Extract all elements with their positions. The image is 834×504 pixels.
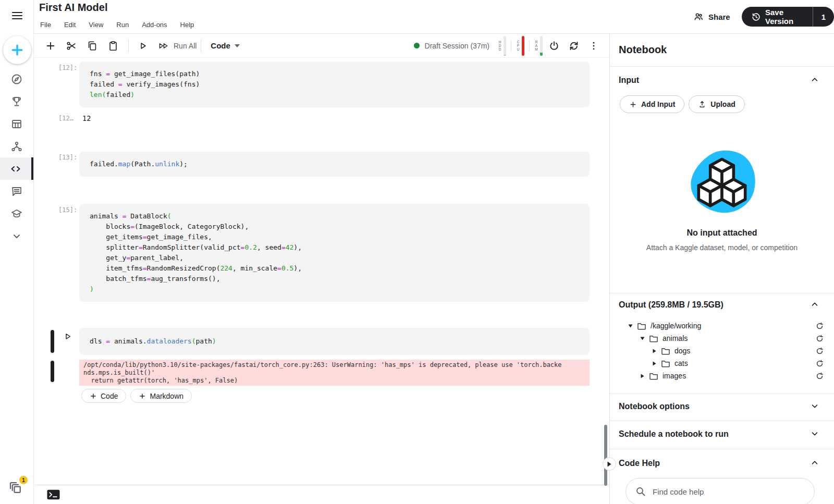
run-cell-button[interactable] bbox=[135, 38, 151, 54]
trophy-icon bbox=[10, 95, 23, 108]
tree-row[interactable]: /kaggle/working bbox=[610, 319, 834, 332]
code-cell-active[interactable]: dls = animals.dataloaders(path) bbox=[79, 328, 590, 355]
tree-row[interactable]: images bbox=[610, 370, 834, 382]
hdd-gauge-bar bbox=[504, 36, 506, 56]
save-version-button[interactable]: Save Version 1 bbox=[742, 7, 834, 27]
code-cell[interactable]: animals = DataBlock( blocks=(ImageBlock,… bbox=[79, 204, 590, 302]
chevron-up-icon[interactable] bbox=[810, 458, 819, 468]
menu-add-ons[interactable]: Add-ons bbox=[142, 21, 167, 29]
cut-cell-button[interactable] bbox=[64, 38, 79, 54]
sidebar-item-datasets[interactable] bbox=[0, 113, 33, 135]
tree-row[interactable]: dogs bbox=[610, 345, 834, 357]
output-section-header[interactable]: Output (259.8MB / 19.5GB) bbox=[619, 299, 834, 311]
caret-right-icon[interactable] bbox=[651, 349, 657, 353]
history-clock-icon bbox=[751, 12, 761, 22]
paste-cell-button[interactable] bbox=[105, 38, 121, 54]
caret-right-icon[interactable] bbox=[651, 361, 657, 366]
sidebar-item-learn[interactable] bbox=[0, 202, 33, 225]
tree-item-label[interactable]: animals bbox=[663, 334, 688, 342]
scissors-icon bbox=[66, 40, 77, 52]
hdd-gauge[interactable]: HDD bbox=[498, 36, 506, 56]
chevron-up-icon[interactable] bbox=[810, 75, 819, 84]
refresh-icon[interactable] bbox=[816, 322, 824, 330]
cell-type-dropdown[interactable]: Code bbox=[211, 41, 240, 50]
cpu-gauge[interactable]: CPU bbox=[516, 36, 524, 56]
chevron-down-icon[interactable] bbox=[810, 401, 819, 411]
caret-down-icon[interactable] bbox=[627, 324, 633, 328]
add-input-button[interactable]: Add Input bbox=[620, 95, 684, 113]
code-icon bbox=[9, 163, 22, 175]
toolbar-right: Draft Session (37m) HDD CPU RAM bbox=[414, 36, 602, 56]
notebook-options-section-header[interactable]: Notebook options bbox=[619, 400, 834, 413]
refresh-icon[interactable] bbox=[816, 372, 824, 380]
sidebar-item-code[interactable] bbox=[0, 157, 33, 180]
code-help-section-header[interactable]: Code Help bbox=[619, 457, 834, 470]
menu-file[interactable]: File bbox=[40, 21, 51, 29]
menu-view[interactable]: View bbox=[89, 21, 103, 29]
refresh-icon[interactable] bbox=[816, 335, 824, 342]
plus-icon bbox=[90, 392, 97, 400]
active-events-button[interactable]: 1 bbox=[8, 480, 26, 498]
add-cell-button[interactable] bbox=[43, 38, 58, 54]
clipboard-icon bbox=[107, 40, 119, 52]
folder-icon bbox=[649, 372, 658, 380]
search-icon bbox=[635, 486, 646, 497]
code-cell[interactable]: fns = get_image_files(path)failed = veri… bbox=[79, 62, 590, 107]
hamburger-menu-button[interactable] bbox=[10, 9, 24, 22]
notebook-title: First AI Model bbox=[39, 2, 107, 14]
restart-session-button[interactable] bbox=[566, 38, 582, 54]
divider bbox=[610, 449, 834, 449]
refresh-icon[interactable] bbox=[816, 347, 824, 355]
sidebar-item-models[interactable] bbox=[0, 135, 33, 157]
sidebar-item-discussions[interactable] bbox=[0, 180, 33, 202]
input-section-header[interactable]: Input bbox=[619, 74, 834, 87]
share-button[interactable]: Share bbox=[693, 9, 730, 24]
upload-button[interactable]: Upload bbox=[689, 95, 744, 113]
refresh-icon[interactable] bbox=[816, 360, 824, 367]
sidebar-item-more[interactable] bbox=[0, 225, 33, 247]
run-all-label[interactable]: Run All bbox=[174, 42, 197, 50]
chevron-down-icon[interactable] bbox=[810, 429, 819, 438]
add-code-cell-button[interactable]: Code bbox=[81, 389, 126, 403]
tree-item-label[interactable]: cats bbox=[674, 359, 688, 367]
chevron-up-icon[interactable] bbox=[810, 300, 819, 309]
save-version-main[interactable]: Save Version bbox=[742, 8, 813, 26]
run-all-button[interactable] bbox=[156, 38, 171, 54]
copy-cell-button[interactable] bbox=[84, 38, 100, 54]
power-button[interactable] bbox=[546, 38, 562, 54]
tree-row[interactable]: animals bbox=[610, 332, 834, 345]
menu-help[interactable]: Help bbox=[180, 21, 194, 29]
sidebar-item-competitions[interactable] bbox=[0, 90, 33, 113]
more-options-button[interactable] bbox=[585, 38, 602, 54]
code-help-search-input[interactable] bbox=[653, 487, 805, 496]
tree-item-label[interactable]: images bbox=[663, 372, 686, 380]
caret-down-icon[interactable] bbox=[639, 337, 645, 340]
add-markdown-cell-button[interactable]: Markdown bbox=[130, 389, 192, 403]
cell-output-value: 12 bbox=[82, 114, 91, 122]
ram-gauge[interactable]: RAM bbox=[534, 36, 543, 56]
sidebar-nav bbox=[0, 68, 33, 247]
no-input-illustration bbox=[610, 147, 834, 215]
menu-edit[interactable]: Edit bbox=[64, 21, 76, 29]
collapse-panel-button[interactable] bbox=[603, 457, 616, 471]
run-this-cell-button[interactable] bbox=[63, 332, 72, 341]
sidebar-bottom: 1 bbox=[0, 480, 33, 498]
gauge-separator bbox=[511, 40, 511, 52]
add-input-label: Add Input bbox=[641, 100, 675, 108]
create-button[interactable] bbox=[3, 36, 31, 64]
notebook-scrollbar-thumb[interactable] bbox=[604, 425, 607, 486]
menu-run[interactable]: Run bbox=[116, 21, 129, 29]
tree-item-label[interactable]: dogs bbox=[674, 347, 690, 355]
code-cell[interactable]: failed.map(Path.unlink); bbox=[79, 152, 590, 177]
ram-gauge-bar bbox=[540, 36, 543, 56]
version-count-badge[interactable]: 1 bbox=[813, 7, 834, 27]
caret-right-icon[interactable] bbox=[639, 374, 645, 378]
session-status[interactable]: Draft Session (37m) bbox=[414, 42, 489, 50]
tree-item-label[interactable]: /kaggle/working bbox=[651, 322, 701, 330]
sidebar-item-explore[interactable] bbox=[0, 68, 33, 90]
terminal-button[interactable] bbox=[47, 489, 60, 500]
no-input-subtitle: Attach a Kaggle dataset, model, or compe… bbox=[610, 243, 834, 252]
code-help-search[interactable] bbox=[626, 478, 815, 504]
tree-row[interactable]: cats bbox=[610, 357, 834, 370]
schedule-section-header[interactable]: Schedule a notebook to run bbox=[619, 428, 834, 440]
